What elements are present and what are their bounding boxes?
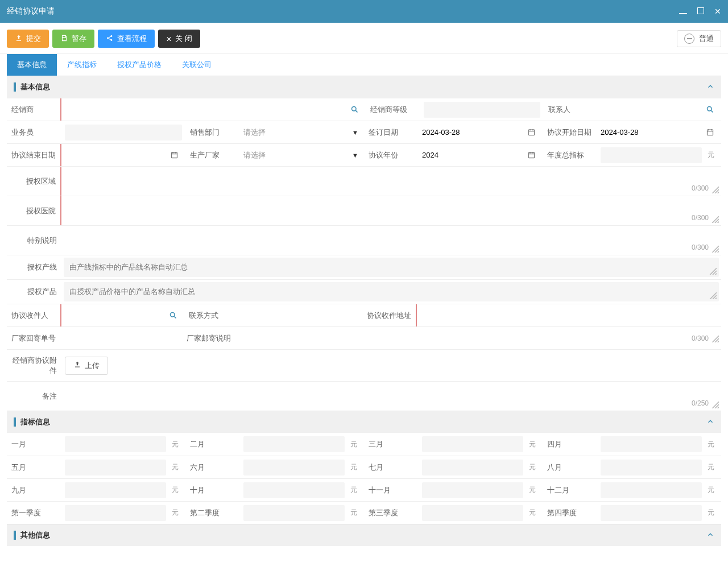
resize-handle-icon[interactable] [711, 334, 719, 342]
sign-date-input[interactable] [422, 125, 524, 140]
month-field-2 [422, 436, 523, 452]
svg-point-3 [352, 107, 357, 111]
unit-yuan: 元 [347, 508, 361, 518]
section-quota-header[interactable]: 指标信息 [7, 411, 721, 433]
label-auth-product: 授权产品 [7, 280, 61, 304]
svg-rect-19 [529, 152, 535, 158]
resize-handle-icon[interactable] [711, 185, 719, 193]
upload-icon [15, 34, 23, 44]
calendar-icon[interactable] [167, 151, 182, 159]
priority-label: 普通 [699, 34, 714, 44]
view-flow-label: 查看流程 [117, 34, 147, 44]
return-no-input[interactable] [65, 330, 179, 346]
label-mail-note: 厂家邮寄说明 [182, 327, 237, 349]
resize-handle-icon[interactable] [711, 245, 719, 253]
agreement-year-input[interactable] [422, 147, 524, 163]
month-field-0 [65, 460, 166, 475]
month-field-3 [601, 436, 702, 452]
section-other-title: 其他信息 [20, 530, 706, 540]
priority-icon [684, 34, 694, 44]
label-agreement-year: 协议年份 [364, 144, 419, 166]
svg-rect-7 [529, 130, 535, 135]
label-salesman: 业务员 [7, 121, 61, 143]
resize-handle-icon[interactable] [711, 400, 719, 408]
quarter-field-1 [243, 505, 345, 521]
label-recipient: 协议收件人 [7, 304, 61, 326]
start-date-input[interactable] [601, 125, 702, 140]
contact-method-input[interactable] [242, 308, 358, 324]
unit-yuan: 元 [347, 485, 361, 495]
manufacturer-select[interactable]: 请选择 [243, 147, 361, 163]
counter: 0/300 [692, 243, 709, 251]
sales-dept-select[interactable]: 请选择 [243, 125, 361, 140]
window-controls: ✕ [679, 7, 721, 16]
month-field-1 [243, 460, 345, 475]
maximize-button[interactable] [697, 7, 704, 16]
recv-addr-input[interactable] [420, 308, 718, 324]
recipient-input[interactable] [65, 308, 166, 324]
search-icon[interactable] [702, 105, 718, 114]
calendar-icon[interactable] [524, 128, 539, 137]
tab-basic[interactable]: 基本信息 [7, 54, 57, 76]
section-basic-title: 基本信息 [20, 82, 706, 92]
submit-button[interactable]: 提交 [7, 30, 49, 48]
month-label-1: 十月 [185, 479, 240, 501]
label-annual-total: 年度总指标 [543, 144, 597, 166]
titlebar: 经销协议申请 ✕ [0, 0, 728, 23]
quarter-label-0: 第一季度 [7, 502, 61, 524]
minimize-button[interactable] [679, 7, 687, 16]
priority-indicator[interactable]: 普通 [677, 30, 721, 47]
counter: 0/250 [692, 399, 709, 407]
label-contact: 联系人 [544, 98, 598, 121]
search-icon[interactable] [166, 311, 181, 320]
dealer-level-field [424, 102, 540, 118]
chevron-up-icon [706, 417, 714, 427]
tab-related-company[interactable]: 关联公司 [172, 54, 222, 76]
calendar-icon[interactable] [702, 128, 718, 137]
auth-region-textarea[interactable] [65, 169, 718, 192]
unit-yuan: 元 [526, 462, 539, 472]
tab-product-price[interactable]: 授权产品价格 [107, 54, 172, 76]
end-date-input[interactable] [65, 147, 167, 163]
unit-yuan: 元 [168, 508, 182, 518]
month-field-1 [243, 436, 345, 452]
resize-handle-icon[interactable] [711, 215, 719, 223]
label-recv-addr: 协议收件地址 [362, 304, 417, 326]
upload-button[interactable]: 上传 [65, 357, 108, 375]
special-note-textarea[interactable] [65, 228, 718, 251]
svg-line-4 [356, 110, 358, 112]
svg-rect-15 [172, 152, 177, 158]
label-remark: 备注 [7, 382, 61, 411]
mail-note-input[interactable] [240, 330, 718, 346]
dealer-input[interactable] [65, 102, 347, 118]
label-sales-dept: 销售部门 [185, 121, 240, 143]
quarter-field-0 [65, 505, 166, 521]
unit-yuan: 元 [704, 508, 718, 518]
share-icon [106, 34, 114, 44]
label-manufacturer: 生产厂家 [185, 144, 240, 166]
auth-hospital-textarea[interactable] [65, 198, 718, 221]
view-flow-button[interactable]: 查看流程 [98, 30, 155, 48]
calendar-icon[interactable] [524, 151, 539, 159]
unit-yuan: 元 [704, 150, 718, 160]
search-icon[interactable] [347, 105, 362, 114]
tab-line-quota[interactable]: 产线指标 [57, 54, 107, 76]
quarter-label-1: 第二季度 [185, 502, 240, 524]
resize-handle-icon [709, 267, 717, 275]
salesman-field [65, 125, 182, 140]
unit-yuan: 元 [526, 508, 539, 518]
save-button[interactable]: 暂存 [52, 30, 94, 48]
label-contact-method: 联系方式 [184, 304, 239, 326]
tabs: 基本信息 产线指标 授权产品价格 关联公司 [7, 54, 721, 76]
remark-textarea[interactable] [65, 384, 718, 407]
close-button[interactable]: 关 闭 [158, 30, 200, 48]
contact-input[interactable] [602, 102, 702, 118]
unit-yuan: 元 [168, 485, 182, 495]
svg-point-5 [708, 107, 712, 111]
section-basic-header[interactable]: 基本信息 [7, 76, 721, 98]
window-title: 经销协议申请 [7, 6, 679, 16]
section-other-header[interactable]: 其他信息 [7, 524, 721, 546]
month-field-2 [422, 482, 523, 498]
label-auth-region: 授权区域 [7, 167, 61, 196]
auth-product-field: 由授权产品价格中的产品名称自动汇总 [64, 282, 719, 301]
